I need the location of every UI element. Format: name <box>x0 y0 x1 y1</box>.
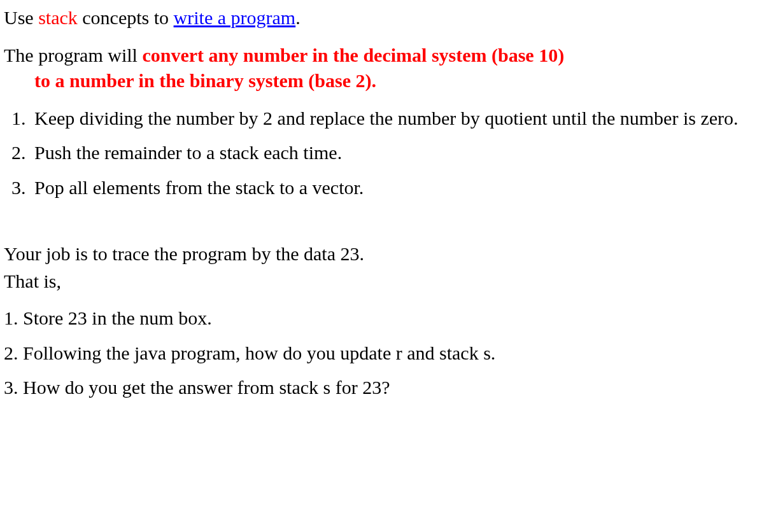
text-emphasis: convert any number in the decimal system… <box>142 45 564 66</box>
list-item: Pop all elements from the stack to a vec… <box>31 175 760 201</box>
list-item: 3. How do you get the answer from stack … <box>4 375 760 401</box>
list-item: Keep dividing the number by 2 and replac… <box>31 106 760 132</box>
text-stack: stack <box>38 7 78 28</box>
list-item: Push the remainder to a stack each time. <box>31 140 760 166</box>
text-line: That is, <box>4 269 760 295</box>
paragraph-1: Use stack concepts to write a program. <box>4 5 760 31</box>
text-line: Your job is to trace the program by the … <box>4 241 760 267</box>
list-item: 2. Following the java program, how do yo… <box>4 340 760 367</box>
paragraph-2: The program will convert any number in t… <box>4 43 760 94</box>
text-plain: concepts to <box>78 7 174 28</box>
text-emphasis: to a number in the binary system (base 2… <box>34 70 376 91</box>
ordered-list-trace: 1. Store 23 in the num box. 2. Following… <box>4 305 760 401</box>
text-plain: The program will <box>4 45 142 66</box>
text-plain: Use <box>4 7 38 28</box>
link-write-a-program[interactable]: write a program <box>174 7 296 28</box>
text-plain: . <box>295 7 301 28</box>
ordered-list-steps: Keep dividing the number by 2 and replac… <box>4 106 760 201</box>
list-item: 1. Store 23 in the num box. <box>4 305 760 332</box>
section-trace: Your job is to trace the program by the … <box>4 241 760 294</box>
